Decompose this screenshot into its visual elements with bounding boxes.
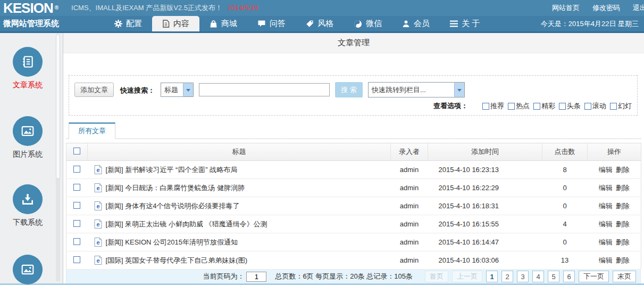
page-button[interactable]: 4 — [532, 271, 544, 282]
search-button[interactable]: 搜 索 — [335, 82, 363, 97]
article-title-link[interactable]: [新闻] 身体有这4个信号说明你必须要排毒了 — [106, 201, 240, 211]
menu-lines-icon — [450, 20, 458, 27]
article-title-link[interactable]: [国际] 英国女子替母代孕生下自己弟弟妹妹(图) — [106, 256, 248, 265]
delete-link[interactable]: 删除 — [616, 202, 630, 210]
page-button[interactable]: 3 — [517, 271, 529, 282]
page-button[interactable]: 5 — [548, 271, 559, 282]
row-checkbox[interactable] — [73, 202, 80, 209]
nav-item-wechat[interactable]: 微信 — [344, 16, 392, 31]
today-date: 今天是：2015年4月22日 星期三 — [541, 16, 639, 31]
view-option-checkbox[interactable] — [584, 103, 591, 110]
nav-item-about[interactable]: 关 于 — [440, 16, 490, 31]
sidebar-item-label: 下载系统 — [13, 218, 43, 227]
edit-link[interactable]: 编辑 — [599, 220, 613, 228]
nav-item-label: 会员 — [414, 19, 430, 29]
article-title-link[interactable]: [新闻] 新书解读习近平 “四个全面” 战略布局 — [106, 165, 238, 175]
view-option-label: 幻灯 — [618, 101, 632, 111]
sidebar-item-image-system[interactable]: 图片系统 — [0, 116, 55, 159]
clicks-cell: 0 — [542, 179, 588, 197]
first-page-button[interactable]: 首页 — [425, 271, 448, 282]
view-option[interactable]: 滚动 — [584, 101, 606, 111]
table-header-row: 标题 录入者 添加时间 点击数 操作 — [66, 143, 641, 161]
download-system-icon — [13, 184, 43, 214]
title-cell: e[国际] 英国女子替母代孕生下自己弟弟妹妹(图) — [88, 256, 391, 265]
title-cell: e[新闻] 新书解读习近平 “四个全面” 战略布局 — [88, 165, 391, 175]
nav-item-mall[interactable]: 商城 — [199, 16, 247, 31]
select-all-checkbox[interactable] — [73, 148, 80, 154]
title-cell-td: e[新闻] 新书解读习近平 “四个全面” 战略布局 — [88, 161, 391, 179]
article-title-link[interactable]: [新闻] 今日靓汤：白果腐竹煲鲩鱼汤 健脾润肺 — [106, 183, 245, 193]
prev-page-button[interactable]: 上一页 — [452, 271, 482, 282]
app-title: 微网站管理系统 — [0, 16, 104, 31]
nav-item-qa[interactable]: 问答 — [247, 16, 296, 31]
current-page-input[interactable] — [246, 272, 266, 282]
nav-item-style[interactable]: 风格 — [296, 16, 344, 31]
last-page-button[interactable]: 末页 — [613, 271, 636, 282]
sidebar-scrollbar-thumb[interactable] — [56, 34, 60, 179]
search-input[interactable] — [199, 83, 330, 96]
edit-link[interactable]: 编辑 — [599, 256, 613, 264]
nav-item-member[interactable]: 会员 — [392, 16, 440, 31]
header-actions: 操作 — [588, 143, 641, 161]
row-checkbox[interactable] — [73, 238, 80, 245]
announcement-text: ICMS、IMALL及IEXAM 产品新版V2.5正式发布！ — [71, 4, 222, 12]
sidebar-item-download-system[interactable]: 下载系统 — [0, 184, 55, 227]
title-cell-td: e[国际] 英国女子替母代孕生下自己弟弟妹妹(图) — [88, 251, 391, 270]
title-cell: e[新闻] 今日靓汤：白果腐竹煲鲩鱼汤 健脾润肺 — [88, 183, 391, 193]
edit-link[interactable]: 编辑 — [599, 202, 613, 210]
add-article-button[interactable]: 添加文章 — [74, 83, 114, 97]
row-checkbox[interactable] — [73, 256, 80, 263]
page-title-bar: 文章管理 — [63, 33, 644, 53]
edit-link[interactable]: 编辑 — [599, 184, 613, 192]
added-time-cell: 2015-4-10 16:22:29 — [428, 179, 542, 197]
row-checkbox[interactable] — [73, 184, 80, 191]
member-icon — [402, 20, 410, 28]
change-password-link[interactable]: 修改密码 — [592, 3, 620, 13]
kesion-logo: KESION® — [3, 1, 58, 15]
table-row: e[国际] 英国女子替母代孕生下自己弟弟妹妹(图)admin2015-4-10 … — [66, 251, 641, 270]
sidebar-item-media-system[interactable] — [0, 255, 55, 285]
edit-link[interactable]: 编辑 — [599, 238, 613, 246]
article-doc-icon: e — [94, 238, 102, 247]
view-option[interactable]: 热点 — [508, 101, 530, 111]
search-type-select[interactable]: 标题 — [161, 83, 194, 97]
article-title-link[interactable]: [新闻] 呆萌正太出镜 小鲜肉助威 《猎魔通缉令》公测 — [106, 219, 267, 229]
tab-all-articles[interactable]: 所有文章 — [69, 123, 115, 139]
view-option[interactable]: 推荐 — [482, 101, 504, 111]
delete-link[interactable]: 删除 — [616, 184, 630, 192]
view-option-checkbox[interactable] — [508, 103, 515, 110]
logout-link[interactable]: 退出登录 — [633, 3, 644, 13]
page-button[interactable]: 2 — [501, 271, 513, 282]
row-checkbox[interactable] — [73, 220, 80, 227]
view-option-label: 头条 — [567, 101, 581, 111]
site-home-link[interactable]: 网站首页 — [552, 3, 580, 13]
next-page-button[interactable]: 下一页 — [579, 271, 609, 282]
view-option-checkbox[interactable] — [559, 103, 566, 110]
jump-to-category-select[interactable]: 快速跳转到栏目... — [368, 82, 465, 97]
clicks-cell: 0 — [542, 233, 588, 251]
actions-cell: 编辑删除 — [588, 251, 641, 270]
image-system-icon — [13, 255, 43, 284]
nav-item-content[interactable]: 内容 — [152, 16, 199, 31]
delete-link[interactable]: 删除 — [616, 166, 630, 174]
view-option-checkbox[interactable] — [610, 103, 617, 110]
page-button-current[interactable]: 1 — [486, 271, 498, 282]
author-cell: admin — [391, 251, 428, 270]
view-option[interactable]: 头条 — [559, 101, 581, 111]
chevron-down-icon[interactable] — [183, 83, 193, 96]
nav-item-label: 商城 — [221, 19, 237, 29]
row-checkbox[interactable] — [73, 166, 80, 173]
edit-link[interactable]: 编辑 — [599, 166, 613, 174]
nav-item-config[interactable]: 配置 — [104, 16, 152, 31]
page-button[interactable]: 6 — [563, 271, 575, 282]
sidebar-item-article-system[interactable]: 文章系统 — [0, 47, 55, 90]
delete-link[interactable]: 删除 — [616, 256, 630, 264]
view-option[interactable]: 幻灯 — [610, 101, 632, 111]
view-option-checkbox[interactable] — [533, 103, 540, 110]
delete-link[interactable]: 删除 — [616, 238, 630, 246]
chevron-down-icon[interactable] — [454, 83, 464, 97]
view-option-checkbox[interactable] — [482, 103, 489, 110]
view-option[interactable]: 精彩 — [533, 101, 555, 111]
delete-link[interactable]: 删除 — [616, 220, 630, 228]
article-title-link[interactable]: [新闻] KESION 公司2015年清明节放假通知 — [106, 238, 238, 247]
